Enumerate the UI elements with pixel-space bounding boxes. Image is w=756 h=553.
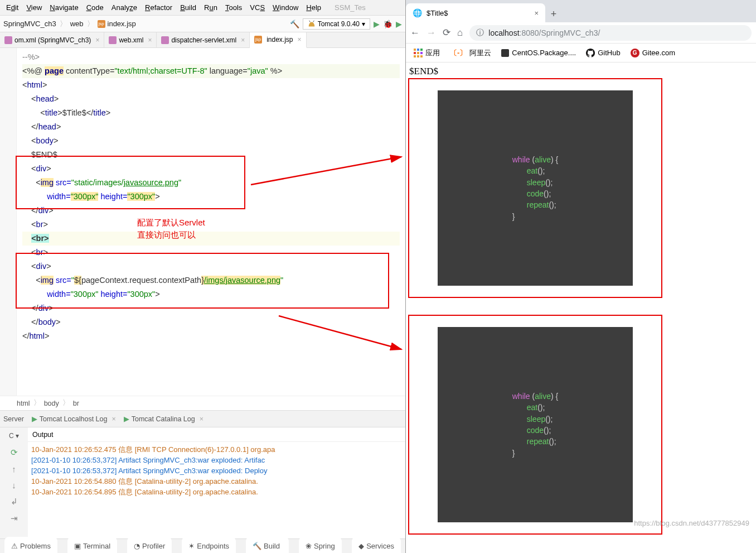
warning-icon: ⚠ (11, 542, 18, 550)
debug-icon[interactable]: 🐞 (383, 20, 392, 28)
menu-analyze[interactable]: Analyze (108, 3, 141, 12)
site-info-icon[interactable]: ⓘ (476, 28, 484, 38)
dropdown-icon: ▾ (362, 20, 365, 28)
new-tab-button[interactable]: + (545, 6, 562, 22)
globe-icon: 🌐 (413, 8, 422, 17)
menu-code[interactable]: Code (83, 3, 108, 12)
breadcrumb-bar: html〉 body〉 br (0, 396, 405, 410)
image-box-2: while (alive) { eat(); sleep(); code(); … (408, 315, 662, 535)
tab-pom[interactable]: om.xml (SpringMVC_ch3)× (0, 32, 104, 48)
bm-github[interactable]: GitHub (586, 49, 620, 57)
rerun-icon[interactable]: ⟳ (11, 448, 18, 458)
run-coverage-icon[interactable]: ▶ (396, 20, 402, 28)
address-bar[interactable]: ⓘ localhost:8080/SpringMVC_ch3/ (469, 25, 752, 41)
crumb-project[interactable]: SpringMVC_ch3 (3, 20, 56, 28)
build-icon[interactable]: 🔨 (290, 20, 299, 28)
home-icon[interactable]: ⌂ (457, 27, 463, 39)
close-icon[interactable]: × (148, 36, 152, 44)
tab-localhost-log[interactable]: ▶Tomcat Localhost Log× (32, 415, 116, 423)
menu-refactor[interactable]: Refactor (141, 3, 176, 12)
tab-catalina-log[interactable]: ▶Tomcat Catalina Log× (124, 415, 203, 423)
profiler-icon: ◔ (134, 542, 140, 550)
rendered-image-2: while (alive) { eat(); sleep(); code(); … (438, 327, 633, 522)
up-icon[interactable]: ↑ (12, 464, 16, 474)
image-box-1: while (alive) { eat(); sleep(); code(); … (408, 78, 662, 298)
btab-build[interactable]: 🔨Build (246, 537, 289, 554)
crumb-html[interactable]: html (17, 400, 30, 407)
menu-vcs[interactable]: VCS (246, 3, 269, 12)
close-icon[interactable]: × (241, 36, 245, 44)
crumb-folder[interactable]: web (70, 20, 84, 28)
annotation-box-1 (16, 156, 245, 209)
menubar: Edit View Navigate Code Analyze Refactor… (0, 0, 405, 16)
wrap-icon[interactable]: ↲ (11, 497, 18, 507)
tab-dispatcher[interactable]: dispatcher-servlet.xml× (157, 32, 250, 48)
run-tabs: Server ▶Tomcat Localhost Log× ▶Tomcat Ca… (0, 410, 405, 427)
browser-window: 🌐 $Title$ × + ← → ⟳ ⌂ ⓘ localhost:8080/S… (406, 0, 756, 553)
reload-icon[interactable]: ⟳ (443, 27, 450, 39)
bm-centos[interactable]: CentOS.Package.... (501, 49, 576, 57)
menu-view[interactable]: View (22, 3, 46, 12)
xml-icon (161, 36, 169, 44)
endpoints-icon: ✶ (188, 542, 195, 550)
menu-build[interactable]: Build (176, 3, 200, 12)
forward-icon[interactable]: → (427, 27, 436, 39)
export-icon[interactable]: ⇥ (11, 513, 18, 523)
jsp-icon: jsp (98, 20, 105, 28)
xml-icon (4, 36, 12, 44)
run-config-label: Tomcat 9.0.40 (318, 20, 360, 28)
bookmarks-bar: 应用 〔-〕阿里云 CentOS.Package.... GitHub GGit… (406, 44, 756, 62)
browser-tab[interactable]: 🌐 $Title$ × (406, 3, 545, 22)
tab-webxml[interactable]: web.xml× (104, 32, 157, 48)
output-text[interactable]: 10-Jan-2021 10:26:52.475 信息 [RMI TCP Con… (28, 442, 405, 538)
bm-apps[interactable]: 应用 (414, 48, 440, 58)
menu-window[interactable]: Window (269, 3, 302, 12)
rendered-image-1: while (alive) { eat(); sleep(); code(); … (438, 90, 633, 286)
output-header: Output (28, 427, 405, 442)
page-text-end: $END$ (409, 66, 754, 77)
crumb-br[interactable]: br (73, 400, 79, 407)
editor-tabs: om.xml (SpringMVC_ch3)× web.xml× dispatc… (0, 32, 405, 48)
tab-server[interactable]: Server (3, 415, 24, 423)
close-icon[interactable]: × (95, 36, 99, 44)
crumb-sep: 〉 (87, 19, 94, 29)
btab-endpoints[interactable]: ✶Endpoints (182, 537, 236, 554)
jsp-icon: jsp (254, 36, 262, 44)
close-icon[interactable]: × (534, 9, 539, 17)
btab-services[interactable]: ◆Services (352, 537, 401, 554)
output-side-label[interactable]: C ▾ (7, 431, 21, 441)
menu-run[interactable]: Run (200, 3, 221, 12)
centos-icon (501, 49, 509, 57)
bm-gitee[interactable]: GGitee.com (631, 49, 675, 57)
btab-profiler[interactable]: ◔Profiler (127, 537, 172, 554)
xml-icon (109, 36, 117, 44)
run-configuration-dropdown[interactable]: Tomcat 9.0.40 ▾ (303, 18, 370, 30)
menu-help[interactable]: Help (302, 3, 325, 12)
menu-navigate[interactable]: Navigate (46, 3, 82, 12)
page-content: $END$ while (alive) { eat(); sleep(); co… (406, 62, 756, 553)
code-editor[interactable]: --%> <%@ page contentType="text/html;cha… (0, 48, 405, 396)
github-icon (586, 49, 595, 57)
close-icon[interactable]: × (112, 415, 115, 423)
tab-indexjsp[interactable]: jspindex.jsp× (250, 32, 306, 48)
navigation-bar: SpringMVC_ch3 〉 web 〉 jsp index.jsp 🔨 To… (0, 16, 405, 32)
back-icon[interactable]: ← (410, 27, 420, 39)
btab-spring[interactable]: ❀Spring (299, 537, 342, 554)
crumb-body[interactable]: body (44, 400, 59, 407)
aliyun-icon: 〔-〕 (450, 48, 467, 58)
output-panel: C ▾ ⟳ ↑ ↓ ↲ ⇥ Output 10-Jan-2021 10:26:5… (0, 427, 405, 538)
btab-problems[interactable]: ⚠Problems (4, 537, 57, 554)
run-icon[interactable]: ▶ (374, 20, 380, 28)
close-icon[interactable]: × (298, 36, 302, 44)
tomcat-icon (308, 20, 316, 28)
build-icon: 🔨 (253, 542, 261, 550)
menu-edit[interactable]: Edit (2, 3, 22, 12)
menu-tools[interactable]: Tools (221, 3, 246, 12)
close-icon[interactable]: × (200, 415, 203, 423)
crumb-file[interactable]: index.jsp (108, 20, 136, 28)
page-watermark: https://blog.csdn.net/d43777852949 (634, 519, 749, 527)
gitee-icon: G (631, 49, 639, 57)
down-icon[interactable]: ↓ (12, 480, 16, 490)
btab-terminal[interactable]: ▣Terminal (67, 537, 117, 554)
bm-aliyun[interactable]: 〔-〕阿里云 (450, 48, 491, 58)
